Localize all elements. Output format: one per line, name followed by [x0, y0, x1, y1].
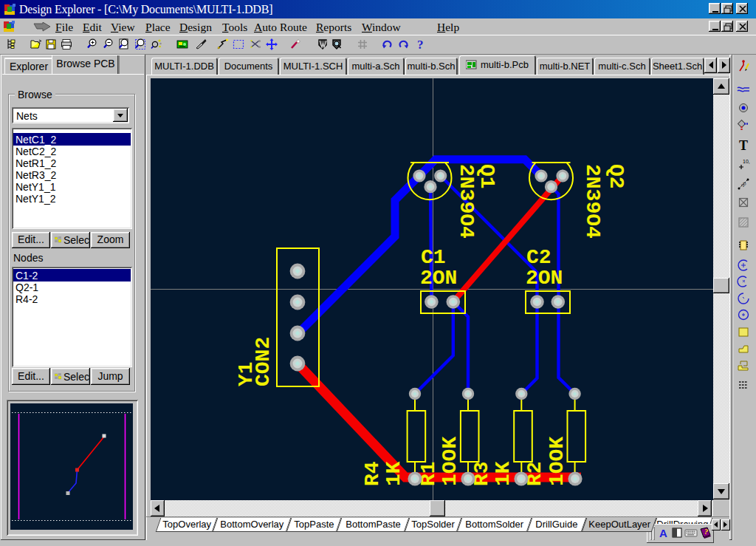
svg-text:1OOK: 1OOK: [439, 437, 461, 486]
svg-text:10,10: 10,10: [743, 159, 750, 164]
svg-text:2N39O4: 2N39O4: [455, 164, 478, 239]
svg-text:2ON: 2ON: [420, 267, 457, 290]
svg-text:C2: C2: [526, 246, 551, 269]
svg-text:2ON: 2ON: [526, 267, 563, 290]
svg-text:1K: 1K: [492, 461, 515, 486]
svg-text:T: T: [739, 139, 748, 152]
svg-text:A: A: [659, 527, 667, 539]
svg-text:R4: R4: [361, 461, 384, 486]
svg-text:10: 10: [740, 181, 747, 188]
svg-text:Q2: Q2: [605, 164, 628, 189]
svg-text:1K: 1K: [382, 461, 405, 486]
svg-text:1OOK: 1OOK: [546, 437, 568, 486]
svg-text:C1: C1: [421, 246, 446, 269]
svg-text:?: ?: [417, 38, 424, 50]
svg-text:CON2: CON2: [252, 337, 275, 386]
svg-text:Q1: Q1: [475, 164, 498, 189]
svg-text:2N39O4: 2N39O4: [581, 164, 604, 239]
